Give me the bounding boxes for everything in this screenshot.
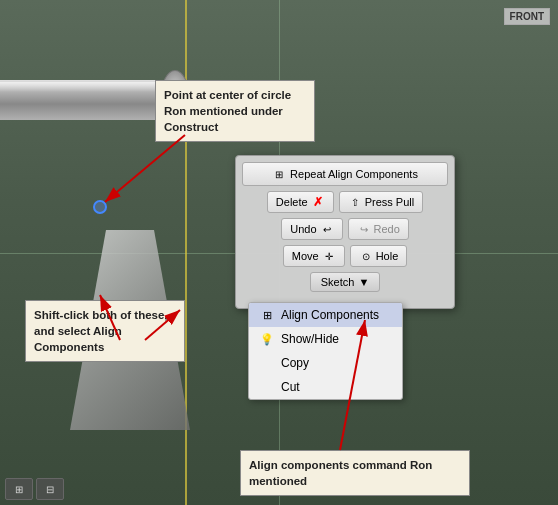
repeat-btn-row: ⊞ Repeat Align Components xyxy=(242,162,448,186)
center-circle-point[interactable] xyxy=(93,200,107,214)
delete-label: Delete xyxy=(276,196,308,208)
sketch-arrow-icon: ▼ xyxy=(358,276,369,288)
showhide-icon: 💡 xyxy=(259,331,275,347)
undo-redo-row: Undo ↩ ↪ Redo xyxy=(242,218,448,240)
delete-button[interactable]: Delete ✗ xyxy=(267,191,334,213)
sketch-row: Sketch ▼ xyxy=(242,272,448,297)
bottom-toolbar-btn2[interactable]: ⊟ xyxy=(36,478,64,500)
context-menu: ⊞ Align Components 💡 Show/Hide Copy Cut xyxy=(248,302,403,400)
align-icon: ⊞ xyxy=(259,307,275,323)
delete-presspull-row: Delete ✗ ⇧ Press Pull xyxy=(242,191,448,213)
copy-icon xyxy=(259,355,275,371)
move-button[interactable]: Move ✛ xyxy=(283,245,345,267)
repeat-icon: ⊞ xyxy=(272,167,286,181)
context-showhide-item[interactable]: 💡 Show/Hide xyxy=(249,327,402,351)
presspull-icon: ⇧ xyxy=(348,195,362,209)
presspull-label: Press Pull xyxy=(365,196,415,208)
sketch-dropdown-button[interactable]: Sketch ▼ xyxy=(310,272,381,292)
redo-button[interactable]: ↪ Redo xyxy=(348,218,409,240)
undo-button[interactable]: Undo ↩ xyxy=(281,218,342,240)
repeat-btn-label: Repeat Align Components xyxy=(290,168,418,180)
move-icon: ✛ xyxy=(322,249,336,263)
redo-icon: ↪ xyxy=(357,222,371,236)
annotation-bottom: Align components command Ron mentioned xyxy=(240,450,470,496)
undo-label: Undo xyxy=(290,223,316,235)
sketch-label: Sketch xyxy=(321,276,355,288)
undo-icon: ↩ xyxy=(320,222,334,236)
bottom-btn2-icon: ⊟ xyxy=(46,484,54,495)
bottom-toolbar: ⊞ ⊟ xyxy=(5,478,64,500)
context-align-label: Align Components xyxy=(281,308,379,322)
hole-button[interactable]: ⊙ Hole xyxy=(350,245,408,267)
svg-line-1 xyxy=(105,135,185,202)
delete-x-icon: ✗ xyxy=(311,195,325,209)
bottom-btn1-icon: ⊞ xyxy=(15,484,23,495)
hole-label: Hole xyxy=(376,250,399,262)
3d-viewport: FRONT ⊞ Repeat Align Components Delete ✗… xyxy=(0,0,558,505)
context-showhide-label: Show/Hide xyxy=(281,332,339,346)
move-label: Move xyxy=(292,250,319,262)
context-copy-label: Copy xyxy=(281,356,309,370)
repeat-align-button[interactable]: ⊞ Repeat Align Components xyxy=(242,162,448,186)
context-cut-label: Cut xyxy=(281,380,300,394)
context-align-item[interactable]: ⊞ Align Components xyxy=(249,303,402,327)
cut-icon xyxy=(259,379,275,395)
context-copy-item[interactable]: Copy xyxy=(249,351,402,375)
redo-label: Redo xyxy=(374,223,400,235)
toolbar-panel: ⊞ Repeat Align Components Delete ✗ ⇧ Pre… xyxy=(235,155,455,309)
hole-icon: ⊙ xyxy=(359,249,373,263)
presspull-button[interactable]: ⇧ Press Pull xyxy=(339,191,424,213)
move-hole-row: Move ✛ ⊙ Hole xyxy=(242,245,448,267)
context-cut-item[interactable]: Cut xyxy=(249,375,402,399)
annotation-left: Shift-click both of these, and select Al… xyxy=(25,300,185,362)
viewport-front-label: FRONT xyxy=(504,8,550,25)
annotation-top: Point at center of circle Ron mentioned … xyxy=(155,80,315,142)
bottom-toolbar-btn1[interactable]: ⊞ xyxy=(5,478,33,500)
